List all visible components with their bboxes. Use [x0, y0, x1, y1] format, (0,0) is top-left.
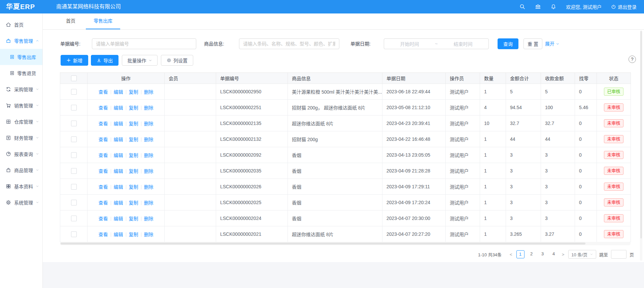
export-button[interactable]: 导出: [91, 55, 118, 66]
op-copy-link[interactable]: 复制: [129, 200, 138, 205]
op-edit-link[interactable]: 编辑: [114, 168, 123, 174]
batch-operations-button[interactable]: 批量操作: [122, 55, 158, 66]
op-view-link[interactable]: 查看: [99, 232, 108, 237]
logout-button[interactable]: 退出登录: [611, 3, 637, 10]
date-range-input[interactable]: 开始时间 ~ 结束时间: [384, 38, 489, 49]
table-header-row: 操作 会员 单据编号 商品信息 单据日期 操作员 数量 金额合计 收款金额 找零…: [60, 73, 631, 84]
op-edit-link[interactable]: 编辑: [114, 121, 123, 126]
op-delete-link[interactable]: 删除: [144, 200, 154, 205]
op-delete-link[interactable]: 删除: [144, 105, 154, 110]
op-copy-link[interactable]: 复制: [129, 216, 138, 221]
next-page-arrow[interactable]: >: [561, 252, 566, 257]
bill-no-cell: LSCK00000002092: [216, 147, 288, 163]
sidebar-item-finance-mgmt[interactable]: 财务管理: [0, 130, 42, 146]
op-copy-link[interactable]: 复制: [129, 153, 138, 158]
op-links: 查看编辑复制删除: [99, 200, 154, 205]
sidebar-item-retail-return[interactable]: 零售退货: [0, 65, 42, 81]
op-edit-link[interactable]: 编辑: [114, 184, 123, 190]
received-cell: 3.27: [541, 226, 575, 242]
add-button[interactable]: 新增: [61, 55, 88, 66]
op-copy-link[interactable]: 复制: [129, 184, 138, 190]
op-copy-link[interactable]: 复制: [129, 168, 138, 174]
bill-no-input[interactable]: [92, 38, 196, 49]
sidebar-item-purchase-mgmt[interactable]: 采购管理: [0, 81, 42, 97]
scrollbar-thumb[interactable]: [640, 31, 642, 238]
vertical-scrollbar[interactable]: [640, 30, 642, 261]
op-view-link[interactable]: 查看: [99, 89, 108, 95]
select-all-checkbox[interactable]: [71, 75, 77, 81]
sidebar-item-system-mgmt[interactable]: 系统管理: [0, 194, 42, 211]
expand-link[interactable]: 展开: [545, 38, 560, 49]
sidebar-item-retail-outbound[interactable]: 零售出库: [0, 49, 42, 65]
op-copy-link[interactable]: 复制: [129, 232, 138, 237]
sidebar-item-sales-mgmt[interactable]: 销售管理: [0, 97, 42, 114]
page-number-1[interactable]: 1: [516, 250, 524, 258]
op-view-link[interactable]: 查看: [99, 200, 108, 205]
tab-home[interactable]: 首页: [58, 13, 83, 29]
op-copy-link[interactable]: 复制: [129, 137, 138, 142]
chevron-down-icon: [556, 42, 560, 46]
op-delete-link[interactable]: 删除: [144, 168, 154, 174]
op-view-link[interactable]: 查看: [99, 216, 108, 221]
row-checkbox[interactable]: [71, 152, 77, 158]
product-cell: 美汁源果粒橙 500ml 美汁美汁美汁美汁美...: [288, 84, 382, 100]
search-icon[interactable]: [519, 4, 526, 10]
row-checkbox[interactable]: [71, 89, 77, 95]
op-edit-link[interactable]: 编辑: [114, 89, 123, 95]
operator-cell: 测试用户: [446, 147, 480, 163]
op-edit-link[interactable]: 编辑: [114, 137, 123, 142]
row-checkbox[interactable]: [71, 168, 77, 174]
op-copy-link[interactable]: 复制: [129, 121, 138, 126]
row-checkbox[interactable]: [71, 216, 77, 221]
tab-retail-outbound[interactable]: 零售出库: [86, 13, 120, 29]
sidebar-item-product-mgmt[interactable]: 商品管理: [0, 162, 42, 178]
op-view-link[interactable]: 查看: [99, 168, 108, 174]
platform-icon[interactable]: [535, 4, 541, 10]
product-info-input[interactable]: [239, 38, 339, 49]
member-cell: [165, 147, 216, 163]
op-edit-link[interactable]: 编辑: [114, 216, 123, 221]
sidebar-item-basic-data[interactable]: 基本资料: [0, 178, 42, 194]
op-delete-link[interactable]: 删除: [144, 184, 154, 190]
op-delete-link[interactable]: 删除: [144, 89, 154, 95]
op-edit-link[interactable]: 编辑: [114, 232, 123, 237]
row-checkbox[interactable]: [71, 136, 77, 142]
sidebar-item-retail-mgmt[interactable]: 零售管理: [0, 33, 42, 49]
jump-to-page-input[interactable]: [611, 250, 626, 259]
search-button[interactable]: 查询: [498, 38, 518, 49]
op-copy-link[interactable]: 复制: [129, 89, 138, 95]
op-view-link[interactable]: 查看: [99, 184, 108, 190]
prev-page-arrow[interactable]: <: [509, 252, 513, 257]
op-view-link[interactable]: 查看: [99, 105, 108, 110]
sidebar-item-home[interactable]: 首页: [0, 17, 42, 33]
help-icon[interactable]: ?: [629, 56, 636, 63]
op-edit-link[interactable]: 编辑: [114, 105, 123, 110]
row-checkbox[interactable]: [71, 231, 77, 237]
reset-button[interactable]: 重 置: [523, 38, 542, 49]
op-delete-link[interactable]: 删除: [144, 153, 154, 158]
page-number-4[interactable]: 4: [550, 250, 558, 258]
op-view-link[interactable]: 查看: [99, 137, 108, 142]
row-checkbox[interactable]: [71, 200, 77, 205]
row-checkbox[interactable]: [71, 121, 77, 126]
page-size-select[interactable]: 10 条/页: [568, 250, 596, 259]
notification-bell-icon[interactable]: [550, 4, 556, 10]
op-copy-link[interactable]: 复制: [129, 105, 138, 110]
sidebar-item-report-query[interactable]: 报表查询: [0, 146, 42, 162]
op-delete-link[interactable]: 删除: [144, 232, 154, 237]
op-delete-link[interactable]: 删除: [144, 216, 154, 221]
sidebar-item-warehouse-mgmt[interactable]: 仓库管理: [0, 114, 42, 130]
row-checkbox[interactable]: [71, 184, 77, 190]
op-delete-link[interactable]: 删除: [144, 121, 154, 126]
op-edit-link[interactable]: 编辑: [114, 200, 123, 205]
op-edit-link[interactable]: 编辑: [114, 153, 123, 158]
row-checkbox[interactable]: [71, 105, 77, 110]
page-number-2[interactable]: 2: [528, 250, 536, 258]
op-view-link[interactable]: 查看: [99, 153, 108, 158]
op-view-link[interactable]: 查看: [99, 121, 108, 126]
horizontal-scrollbar[interactable]: [60, 242, 631, 245]
column-settings-button[interactable]: 列设置: [161, 55, 193, 66]
page-number-3[interactable]: 3: [539, 250, 547, 258]
op-delete-link[interactable]: 删除: [144, 137, 154, 142]
scrollbar-thumb[interactable]: [61, 243, 585, 245]
